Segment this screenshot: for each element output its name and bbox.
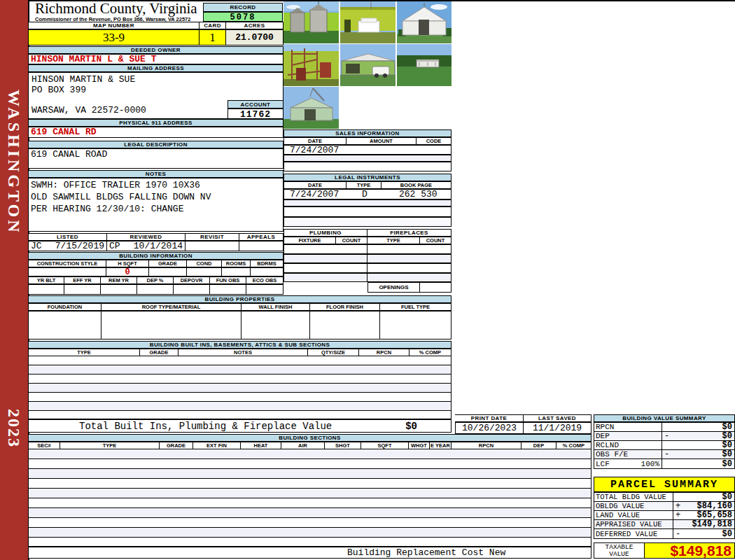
bvs-value: $0 [722, 449, 732, 459]
inst-row-date: 7/24/2007 [284, 189, 347, 200]
note-line-1: SWMH: OFFICE TRAILER 1970 10X36 [29, 178, 283, 190]
col-sec-rpcn: RPCN [451, 442, 522, 449]
col-inst-bookpage: BOOK PAGE [382, 181, 451, 189]
deeded-owner-label: DEEDED OWNER [28, 46, 284, 54]
mailing-line-2: PO BOX 399 [29, 85, 283, 95]
col-fixture: FIXTURE [284, 237, 336, 244]
taxable-value-label-1: TAXABLE [606, 544, 634, 551]
bvs-op: - [664, 431, 669, 441]
parcel-value: $84,160 [697, 501, 732, 511]
legal-instruments-title: LEGAL INSTRUMENTS [284, 174, 451, 181]
account-label: ACCOUNT [227, 100, 284, 108]
col-foundation: FOUNDATION [28, 303, 102, 311]
card-label: CARD [200, 22, 226, 29]
col-sec-type: TYPE [60, 442, 160, 449]
listed-label: LISTED [28, 233, 107, 241]
taxable-value-amount: $149,818 [645, 543, 734, 558]
district-name: WASHINGTON [4, 90, 23, 235]
col-fireplace-count: COUNT [420, 237, 451, 244]
inst-row-empty-3 [284, 217, 451, 227]
record-number: 5078 [203, 12, 283, 22]
building-information-title: BUILDING INFORMATION [28, 252, 284, 260]
col-sale-date: DATE [284, 137, 346, 145]
col-sec-comp: % COMP [556, 442, 592, 449]
appeals-value [239, 241, 284, 251]
plumbing-title: PLUMBING [284, 229, 368, 237]
bvs-value: $0 [722, 440, 732, 450]
parcel-summary-table: TOTAL BLDG VALUE $0 OBLDG VALUE + $84,16… [594, 492, 735, 539]
inst-row-empty-2 [284, 206, 451, 217]
openings-value [420, 282, 451, 293]
sales-information-title: SALES INFORMATION [284, 130, 451, 137]
col-rem-yr: REM YR [101, 276, 137, 284]
building-value-summary-title: BUILDING VALUE SUMMARY [594, 414, 735, 422]
legal-description-label: LEGAL DESCRIPTION [28, 141, 284, 148]
parcel-value: $149,818 [692, 519, 732, 529]
revisit-value [186, 241, 239, 251]
listed-by: JC [31, 241, 42, 251]
sale-row-empty-1 [284, 155, 451, 162]
col-grade: GRADE [149, 260, 187, 267]
last-saved-label: LAST SAVED [524, 414, 592, 422]
col-fireplace-type: TYPE [368, 237, 420, 244]
revisit-label: REVISIT [186, 233, 239, 241]
col-yr-blt: YR BLT [28, 276, 64, 284]
fireplaces-title: FIREPLACES [368, 229, 451, 237]
reviewed-label: REVIEWED [107, 233, 186, 241]
col-bdrms: BDRMS [251, 260, 284, 267]
tax-year: 2023 [4, 409, 23, 448]
bvs-label: DEP [594, 431, 662, 441]
account-number: 11762 [227, 108, 284, 119]
col-eco-obs: ECO OBS [246, 276, 284, 284]
mailing-address-label: MAILING ADDRESS [28, 64, 284, 72]
legal-description-value: 619 CANAL ROAD [28, 148, 284, 169]
parcel-value: $0 [722, 492, 732, 502]
col-fuel-type: FUEL TYPE [380, 303, 451, 311]
property-photo-silos [284, 1, 339, 43]
col-sec-extfin: EXT FIN [193, 442, 241, 449]
reviewed-date: 10/1/2014 [134, 241, 183, 251]
col-fun-obs: FUN OBS [210, 276, 246, 284]
parcel-label: TOTAL BLDG VALUE [594, 492, 673, 502]
bvs-pct: 100% [641, 460, 659, 468]
print-date-value: 10/26/2023 [455, 422, 524, 434]
note-line-3: PER HEARING 12/30/10: CHANGE [29, 202, 283, 214]
mailing-line-1: HINSON MARTIN & SUE [29, 73, 283, 85]
taxable-value-label-2: VALUE [609, 551, 629, 558]
building-properties-title: BUILDING PROPERTIES [28, 295, 451, 303]
physical-address-label: PHYSICAL 911 ADDRESS [28, 119, 284, 127]
col-rooms: ROOMS [222, 260, 251, 267]
parcel-label: APPRAISED VALUE [594, 519, 673, 529]
col-cond: COND [187, 260, 222, 267]
parcel-op: + [676, 510, 680, 520]
county-title: Richmond County, Virginia [35, 1, 202, 16]
parcel-op: + [676, 501, 680, 511]
last-saved-value: 11/1/2019 [524, 422, 592, 434]
col-sec-num: SEC# [28, 442, 60, 449]
col-sec-dep: DEP [522, 442, 556, 449]
col-sec-sqft: SQFT [361, 442, 409, 449]
reviewed-by: CP [109, 241, 120, 251]
col-bi-rpcn: RPCN [359, 349, 410, 356]
building-sections-empty-rows [28, 449, 592, 547]
inst-row-bookpage: 262 530 [382, 189, 438, 200]
acres-label: ACRES [226, 22, 284, 29]
col-sec-whgt: WHGT [409, 442, 430, 449]
map-number-label: MAP NUMBER [28, 22, 200, 29]
col-inst-date: DATE [284, 181, 346, 189]
sale-row-empty-2 [284, 162, 451, 172]
sale-row-date: 7/24/2007 [284, 145, 451, 155]
bvs-label: OBS F/E [594, 449, 662, 459]
col-sec-air: AIR [281, 442, 325, 449]
card-value: 1 [200, 29, 226, 46]
building-value-summary-table: RPCN $0 DEP - $0 RCLND $0 OBS F/E - $ [594, 422, 735, 469]
replacement-cost-label: Building Replacement Cost New [347, 547, 505, 558]
inst-row-empty-1 [284, 200, 451, 206]
bvs-value: $0 [722, 431, 732, 441]
col-bi-comp: % COMP [410, 349, 451, 356]
map-number-value: 33-9 [28, 29, 200, 46]
built-ins-title: BUILDING BUILT INS, BASEMENTS, ATTICS & … [28, 341, 451, 349]
parcel-op: - [676, 529, 680, 539]
bvs-value: $0 [722, 459, 732, 469]
property-photo-equipment [284, 44, 339, 86]
